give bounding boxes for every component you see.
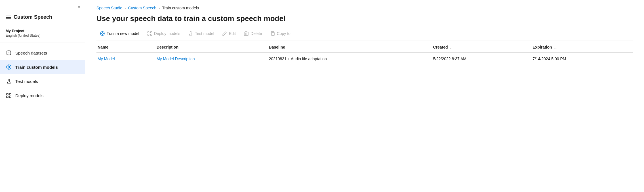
toolbar: Train a new model Deploy models Test (96, 29, 633, 41)
sidebar-divider (0, 43, 85, 43)
row-expiration-cell: 7/14/2024 5:00 PM (533, 53, 633, 65)
sidebar-item-test-models[interactable]: Test models (0, 74, 85, 88)
row-description-cell: My Model Description (157, 53, 269, 65)
sort-arrow-icon: ↓ (450, 46, 452, 49)
copy-icon (270, 31, 275, 36)
svg-rect-10 (9, 96, 11, 98)
svg-rect-28 (272, 32, 274, 36)
svg-rect-18 (150, 32, 152, 33)
sidebar-item-deploy-models[interactable]: Deploy models (0, 88, 85, 103)
project-name: My Project (6, 29, 79, 33)
col-description: Description (157, 42, 269, 53)
svg-point-2 (8, 66, 10, 68)
breadcrumb-sep-1: › (125, 6, 126, 10)
row-baseline-cell: 20210831 + Audio file adaptation (269, 53, 433, 65)
svg-point-0 (7, 51, 11, 52)
svg-rect-20 (150, 34, 152, 36)
table-row: My Model My Model Description 20210831 +… (96, 53, 633, 65)
sidebar-item-train-custom-models[interactable]: Train custom models (0, 60, 85, 74)
edit-label: Edit (229, 31, 236, 36)
breadcrumb-custom-speech[interactable]: Custom Speech (128, 6, 156, 10)
edit-button[interactable]: Edit (219, 29, 239, 38)
row-created-cell: 5/22/2022 8:37 AM (433, 53, 533, 65)
col-name: Name (96, 42, 157, 53)
deploy-sm-icon (147, 31, 152, 36)
col-expiration-more: ... (554, 45, 558, 49)
train-new-model-button[interactable]: Train a new model (96, 29, 143, 38)
breadcrumb: Speech Studio › Custom Speech › Train cu… (96, 0, 633, 14)
svg-rect-19 (148, 34, 149, 36)
star-icon (100, 31, 105, 36)
sidebar-item-label: Test models (15, 79, 38, 84)
deploy-icon (6, 92, 12, 99)
test-model-button[interactable]: Test model (185, 29, 218, 38)
collapse-button-area: « (0, 0, 85, 12)
breadcrumb-speech-studio[interactable]: Speech Studio (96, 6, 122, 10)
col-created[interactable]: Created ↓ (433, 42, 533, 53)
copy-to-label: Copy to (277, 31, 291, 36)
flask-sm-icon (188, 31, 193, 36)
breadcrumb-sep-2: › (159, 6, 160, 10)
project-info: My Project English (United States) (0, 25, 85, 40)
test-model-label: Test model (195, 31, 214, 36)
delete-button[interactable]: Delete (240, 29, 265, 38)
project-language: English (United States) (6, 34, 79, 37)
svg-rect-21 (244, 32, 248, 36)
deploy-models-button[interactable]: Deploy models (144, 29, 184, 38)
deploy-models-label: Deploy models (154, 31, 180, 36)
row-name-cell[interactable]: My Model (96, 53, 157, 65)
copy-to-button[interactable]: Copy to (267, 29, 294, 38)
svg-rect-9 (7, 96, 8, 98)
page-title: Use your speech data to train a custom s… (96, 14, 633, 23)
svg-rect-8 (9, 93, 11, 95)
collapse-icon[interactable]: « (78, 4, 80, 9)
svg-point-12 (102, 33, 103, 34)
cylinder-icon (6, 50, 12, 56)
train-new-model-label: Train a new model (107, 31, 139, 36)
sidebar-title-label: Custom Speech (14, 14, 52, 20)
delete-label: Delete (251, 31, 262, 36)
sidebar-item-speech-datasets[interactable]: Speech datasets (0, 46, 85, 60)
svg-rect-17 (148, 32, 149, 33)
flask-icon (6, 78, 12, 84)
trash-icon (244, 31, 249, 36)
model-icon (6, 64, 12, 70)
svg-rect-7 (7, 93, 8, 95)
edit-icon (222, 31, 227, 36)
hamburger-icon[interactable] (6, 16, 11, 19)
sidebar-app-title: Custom Speech (0, 12, 85, 25)
breadcrumb-current: Train custom models (162, 6, 199, 10)
sidebar: « Custom Speech My Project English (Unit… (0, 0, 85, 192)
sidebar-item-label: Deploy models (15, 93, 43, 98)
col-expiration: Expiration ... (533, 42, 633, 53)
col-baseline: Baseline (269, 42, 433, 53)
models-table: Name Description Baseline Created ↓ Expi… (96, 42, 633, 65)
main-content: Speech Studio › Custom Speech › Train cu… (85, 0, 644, 192)
sidebar-item-label: Train custom models (15, 65, 58, 70)
sidebar-item-label: Speech datasets (15, 51, 47, 55)
sidebar-nav: Speech datasets Train custom models (0, 46, 85, 103)
